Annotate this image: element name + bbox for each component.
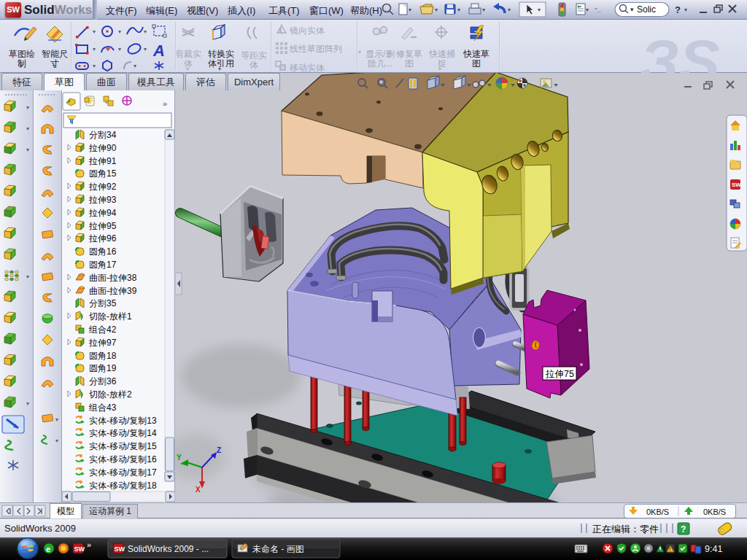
- svg-text:▾: ▾: [55, 416, 58, 423]
- svg-text:圆角15: 圆角15: [89, 168, 117, 179]
- svg-text:▾: ▾: [684, 7, 687, 13]
- svg-text:拉伸93: 拉伸93: [88, 195, 117, 205]
- svg-text:»: »: [163, 99, 167, 108]
- svg-text:组合42: 组合42: [88, 324, 117, 335]
- svg-text:▾: ▾: [26, 125, 29, 132]
- svg-text:圆角19: 圆角19: [89, 363, 117, 373]
- svg-text:▾: ▾: [586, 7, 589, 13]
- svg-text:?: ?: [681, 524, 686, 534]
- svg-text:X: X: [196, 486, 201, 494]
- svg-text:!: !: [279, 27, 281, 34]
- svg-text:?: ?: [675, 4, 681, 15]
- svg-text:▾: ▾: [144, 28, 147, 35]
- svg-text:▾: ▾: [630, 6, 634, 13]
- svg-text:实体-移动/复制16: 实体-移动/复制16: [89, 454, 157, 464]
- svg-text:Y: Y: [177, 454, 182, 462]
- svg-text:SolidWorks 2009 - ...: SolidWorks 2009 - ...: [128, 544, 209, 554]
- svg-text:▾: ▾: [508, 7, 511, 13]
- svg-text:曲面-拉伸38: 曲面-拉伸38: [89, 273, 137, 283]
- svg-text:Z: Z: [217, 446, 221, 454]
- svg-text:拉伸97: 拉伸97: [88, 338, 117, 348]
- svg-text:▾: ▾: [133, 63, 136, 69]
- svg-text:▾: ▾: [482, 7, 485, 13]
- svg-text:▾: ▾: [93, 28, 96, 35]
- svg-text:▾: ▾: [26, 104, 29, 111]
- svg-text:▾: ▾: [93, 46, 96, 52]
- svg-text:0KB/S: 0KB/S: [646, 508, 669, 516]
- svg-text:▾: ▾: [144, 46, 147, 52]
- svg-text:实体-移动/复制17: 实体-移动/复制17: [89, 467, 157, 478]
- svg-text:实体-移动/复制13: 实体-移动/复制13: [89, 416, 157, 426]
- svg-text:SW: SW: [115, 545, 125, 553]
- svg-text:SW: SW: [74, 545, 85, 553]
- svg-text:▾: ▾: [538, 7, 541, 13]
- svg-text:Solic: Solic: [637, 4, 656, 15]
- svg-text:▾: ▾: [409, 7, 411, 13]
- svg-text:SW: SW: [732, 182, 741, 188]
- svg-text:组合43: 组合43: [88, 402, 117, 413]
- svg-text:▾: ▾: [118, 46, 121, 52]
- svg-text:!: !: [670, 547, 671, 552]
- svg-text:实体-移动/复制14: 实体-移动/复制14: [89, 428, 157, 438]
- svg-text:切除-放样2: 切除-放样2: [88, 389, 132, 400]
- svg-text:切除-放样1: 切除-放样1: [88, 311, 132, 322]
- svg-text:▾: ▾: [26, 273, 29, 280]
- svg-text:''..: ''..: [595, 7, 600, 14]
- svg-text:▾: ▾: [26, 147, 29, 153]
- svg-text:圆角17: 圆角17: [89, 260, 117, 270]
- svg-text:ЗS: ЗS: [640, 27, 720, 73]
- svg-text:实体-移动/复制15: 实体-移动/复制15: [89, 441, 157, 451]
- svg-text:分割35: 分割35: [89, 298, 117, 308]
- svg-text:实体-移动/复制18: 实体-移动/复制18: [89, 481, 157, 491]
- svg-text:▾: ▾: [118, 28, 121, 35]
- svg-text:未命名 - 画图: 未命名 - 画图: [252, 544, 304, 554]
- svg-text:▾: ▾: [435, 7, 438, 13]
- svg-text:▾: ▾: [26, 400, 29, 407]
- svg-text:拉伸90: 拉伸90: [88, 143, 117, 153]
- svg-text:拉伸95: 拉伸95: [88, 221, 117, 231]
- svg-text:拉伸91: 拉伸91: [88, 156, 117, 166]
- svg-text:拉伸75: 拉伸75: [545, 369, 574, 379]
- svg-text:▾: ▾: [55, 438, 58, 444]
- svg-text:0KB/S: 0KB/S: [703, 508, 726, 516]
- svg-text:圆角18: 圆角18: [89, 351, 117, 361]
- svg-text:圆角16: 圆角16: [89, 246, 117, 257]
- svg-text:9:41: 9:41: [705, 544, 722, 554]
- svg-text:拉伸96: 拉伸96: [88, 233, 117, 244]
- svg-text:曲面-拉伸39: 曲面-拉伸39: [89, 286, 137, 296]
- svg-text:e: e: [46, 545, 50, 553]
- svg-text:拉伸92: 拉伸92: [88, 182, 117, 192]
- svg-text:拉伸94: 拉伸94: [88, 208, 117, 218]
- svg-text:▾: ▾: [93, 63, 96, 69]
- svg-text:▾: ▾: [457, 7, 460, 13]
- svg-text:分割34: 分割34: [89, 130, 117, 140]
- svg-text:A: A: [152, 42, 165, 60]
- svg-text:»: »: [87, 540, 91, 549]
- svg-text:分割36: 分割36: [89, 376, 117, 386]
